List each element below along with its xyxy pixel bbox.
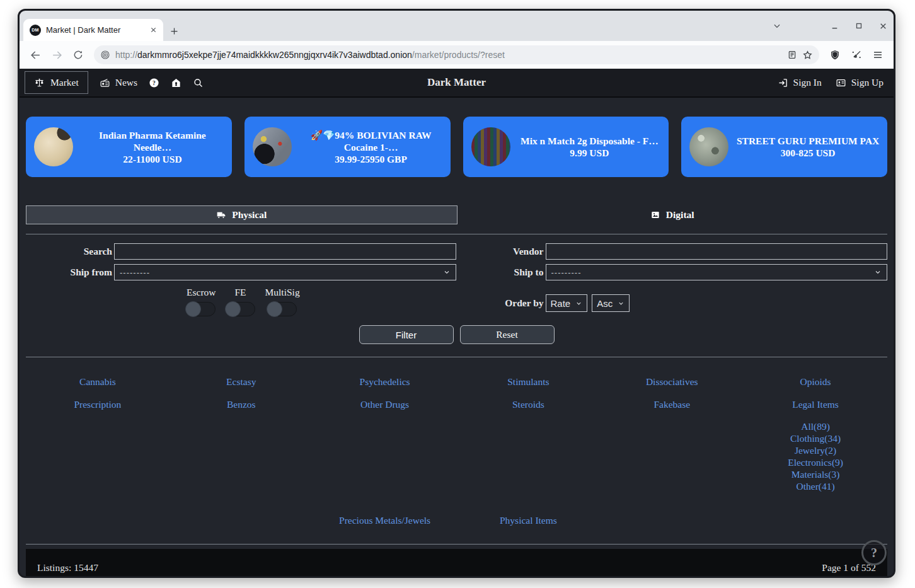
browser-tab[interactable]: DM Market | Dark Matter — [23, 19, 163, 41]
subcategory-link-electronics[interactable]: Electronics(9) — [744, 456, 887, 468]
url-bar[interactable]: http://darkmmro6j5xekpe7jje74maidkkkkw26… — [94, 45, 819, 64]
reset-button[interactable]: Reset — [460, 325, 555, 344]
help-fab-button[interactable]: ? — [861, 540, 887, 565]
truck-icon — [216, 210, 226, 220]
chevron-down-icon — [443, 268, 451, 276]
window-close-icon[interactable] — [879, 22, 887, 30]
category-link-stimulants[interactable]: Stimulants — [507, 376, 549, 387]
tab-physical[interactable]: Physical — [26, 205, 457, 224]
product-price: 39.99-25950 GBP — [298, 153, 444, 165]
url-path: /market/products/?reset — [412, 50, 505, 60]
search-input[interactable] — [114, 243, 456, 260]
listings-count: Listings: 15447 — [37, 562, 98, 574]
ship-from-select[interactable]: --------- — [114, 264, 456, 280]
chevron-down-icon — [575, 300, 582, 307]
payment-toggles: Escrow FE MultiSig — [187, 287, 456, 316]
search-icon[interactable] — [193, 78, 204, 88]
subcategory-link-jewelry[interactable]: Jewelry(2) — [744, 444, 887, 456]
ship-to-label: Ship to — [457, 267, 546, 278]
url-scheme: http:// — [115, 50, 137, 60]
category-link-benzos[interactable]: Benzos — [227, 399, 256, 410]
category-link-psychedelics[interactable]: Psychedelics — [360, 376, 410, 387]
subcategory-link-materials[interactable]: Materials(3) — [744, 468, 887, 480]
tab-strip: DM Market | Dark Matter — [20, 11, 894, 41]
category-link-steroids[interactable]: Steroids — [512, 399, 544, 410]
order-direction-select[interactable]: Asc — [592, 294, 630, 312]
product-card[interactable]: Indian Pharma Ketamine Needle… 22-11000 … — [26, 117, 232, 177]
order-by-label: Order by — [457, 297, 546, 309]
filter-left-column: Search Ship from --------- — [26, 243, 456, 316]
product-text: STREET GURU PREMIUM PAX 300-825 USD — [735, 135, 881, 159]
onion-circuit-icon[interactable] — [100, 50, 110, 60]
tab-digital[interactable]: Digital — [457, 205, 888, 224]
vendor-input[interactable] — [546, 243, 888, 260]
product-card[interactable]: 🚀💎94% BOLIVIAN RAW Cocaine 1-… 39.99-259… — [245, 117, 451, 177]
sign-up-link[interactable]: Sign Up — [836, 77, 883, 88]
listings-footer: Listings: 15447 Page 1 of 552 — [26, 549, 887, 576]
nav-market-label: Market — [50, 77, 79, 88]
clear-data-broom-icon[interactable] — [847, 45, 866, 64]
product-image — [689, 127, 728, 166]
category-link-legal-items[interactable]: Legal Items — [792, 399, 839, 410]
product-text: Indian Pharma Ketamine Needle… 22-11000 … — [79, 129, 226, 165]
sign-up-label: Sign Up — [851, 77, 883, 88]
subcategory-link-all[interactable]: All(89) — [744, 420, 887, 432]
sign-in-link[interactable]: Sign In — [778, 77, 822, 88]
category-link-opioids[interactable]: Opioids — [800, 376, 831, 387]
shield-icon[interactable] — [826, 45, 844, 64]
divider — [26, 544, 887, 545]
category-link-ecstasy[interactable]: Ecstasy — [226, 376, 256, 387]
filter-button[interactable]: Filter — [359, 325, 454, 344]
category-link-cannabis[interactable]: Cannabis — [79, 376, 116, 387]
category-link-fakebase[interactable]: Fakebase — [653, 399, 690, 410]
category-link-dissociatives[interactable]: Dissociatives — [646, 376, 698, 387]
category-link-physical-items[interactable]: Physical Items — [500, 515, 557, 526]
ship-to-select[interactable]: --------- — [546, 264, 888, 280]
window-maximize-icon[interactable] — [855, 22, 863, 30]
window-minimize-icon[interactable] — [831, 22, 839, 30]
subcategory-link-other[interactable]: Other(41) — [744, 480, 887, 492]
help-question-icon[interactable]: ? — [149, 78, 159, 88]
filter-right-column: Vendor Ship to --------- Order b — [457, 243, 888, 316]
reader-mode-icon[interactable] — [787, 50, 797, 60]
product-card[interactable]: STREET GURU PREMIUM PAX 300-825 USD — [681, 117, 887, 177]
forward-icon[interactable] — [47, 45, 66, 64]
new-tab-icon[interactable] — [170, 26, 179, 36]
bookmark-star-icon[interactable] — [802, 50, 813, 61]
chevron-down-icon — [874, 268, 882, 276]
featured-products-row: Indian Pharma Ketamine Needle… 22-11000 … — [26, 117, 887, 177]
product-image — [253, 127, 292, 166]
product-title: Mix n Match 2g Disposable - F… — [517, 135, 663, 147]
menu-hamburger-icon[interactable] — [868, 45, 887, 64]
product-card[interactable]: Mix n Match 2g Disposable - F… 9.99 USD — [463, 117, 669, 177]
home-icon[interactable] — [171, 78, 181, 88]
product-price: 300-825 USD — [735, 147, 881, 159]
nav-news-label: News — [115, 77, 137, 88]
reload-icon[interactable] — [69, 45, 88, 64]
category-link-precious-metals[interactable]: Precious Metals/Jewels — [339, 515, 430, 526]
toggle-knob — [185, 301, 201, 317]
category-link-other-drugs[interactable]: Other Drugs — [360, 399, 409, 410]
category-link-prescription[interactable]: Prescription — [74, 399, 121, 410]
image-icon — [650, 210, 660, 220]
subcategory-link-clothing[interactable]: Clothing(34) — [744, 432, 887, 444]
multisig-toggle[interactable] — [268, 302, 297, 316]
window-chevron-down-icon[interactable] — [773, 21, 781, 30]
order-by-select[interactable]: Rate — [546, 294, 588, 312]
ship-from-label: Ship from — [26, 267, 114, 278]
filter-buttons: Filter Reset — [26, 325, 887, 344]
category-grid-bottom: Precious Metals/Jewels Physical Items — [26, 492, 887, 544]
page-dark-matter: Dark Matter Market News ? — [20, 69, 894, 576]
tab-digital-label: Digital — [666, 209, 694, 221]
ship-to-value: --------- — [551, 268, 875, 277]
escrow-toggle[interactable] — [187, 302, 216, 316]
toggle-knob — [225, 301, 241, 317]
back-icon[interactable] — [26, 45, 45, 64]
nav-item-market[interactable]: Market — [25, 71, 88, 94]
radio-icon — [100, 78, 110, 88]
fe-toggle[interactable] — [226, 302, 255, 316]
product-text: 🚀💎94% BOLIVIAN RAW Cocaine 1-… 39.99-259… — [298, 129, 444, 165]
scale-icon — [34, 78, 45, 88]
nav-item-news[interactable]: News — [100, 77, 137, 88]
tab-close-icon[interactable] — [150, 26, 157, 33]
